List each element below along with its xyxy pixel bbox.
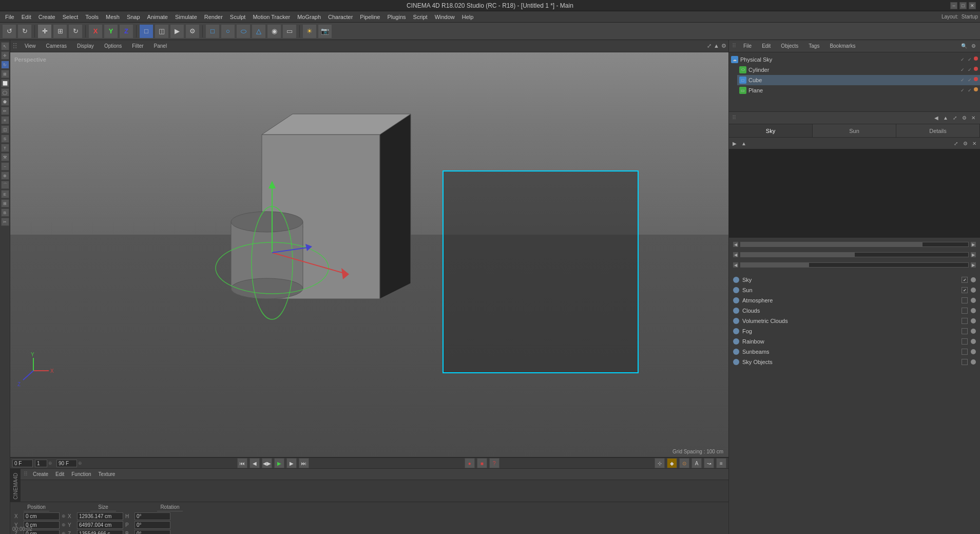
vp-icon-1[interactable]: ⤢ <box>707 43 712 49</box>
obj-plane[interactable]: ▭ Plane ✓ ✓ <box>737 85 980 96</box>
snap-btn[interactable]: ⊹ <box>655 458 665 468</box>
obj-cube[interactable]: □ Cube ✓ ✓ <box>737 75 980 85</box>
current-frame-input[interactable] <box>12 460 33 467</box>
obj-settings-icon[interactable]: ⚙ <box>970 43 977 50</box>
tab-sun[interactable]: Sun <box>813 124 896 137</box>
y-rot-field[interactable] <box>134 521 170 529</box>
preview-icon2[interactable]: ▲ <box>740 140 747 147</box>
tool-spline[interactable]: ⌒ <box>1 181 9 189</box>
sky-up-arrow[interactable]: ▲ <box>942 115 949 122</box>
menu-render[interactable]: Render <box>201 13 226 21</box>
mat-function[interactable]: Function <box>69 471 93 478</box>
y-size-field[interactable] <box>77 521 123 529</box>
vp-tab-view[interactable]: View <box>22 42 39 50</box>
x-size-field[interactable] <box>77 512 123 520</box>
toolbar-render-settings[interactable]: ⚙ <box>185 24 200 39</box>
toolbar-move[interactable]: ✛ <box>37 24 52 39</box>
toolbar-undo[interactable]: ↺ <box>2 24 16 39</box>
preview-expand[interactable]: ⤢ <box>952 140 959 147</box>
menu-tools[interactable]: Tools <box>82 13 102 21</box>
clouds-prop-check[interactable] <box>962 308 968 314</box>
x-pos-field[interactable] <box>24 512 60 520</box>
tool-select-circle[interactable]: ◯ <box>1 88 9 97</box>
end-frame-input[interactable] <box>56 460 77 467</box>
vp-tab-panel[interactable]: Panel <box>151 42 170 50</box>
sky-prop-check[interactable]: ✓ <box>962 277 968 283</box>
z-size-field[interactable] <box>77 530 123 534</box>
preview-icon1[interactable]: ▶ <box>731 140 738 147</box>
tool-bevel[interactable]: B <box>1 208 9 217</box>
x-rot-field[interactable] <box>134 512 170 520</box>
tool-inflate[interactable]: ⊕ <box>1 171 9 180</box>
prop-sky[interactable]: Sky ✓ <box>729 275 980 285</box>
plane-check1[interactable]: ✓ <box>959 87 966 93</box>
obj-cylinder[interactable]: ⬭ Cylinder ✓ ✓ <box>737 65 980 75</box>
close-btn[interactable]: ✕ <box>969 2 976 9</box>
cyl-check2[interactable]: ✓ <box>967 67 973 73</box>
menu-select[interactable]: Select <box>60 13 82 21</box>
motion-record-btn[interactable]: ? <box>489 458 499 468</box>
minimize-btn[interactable]: – <box>950 2 957 9</box>
tool-scale[interactable]: ⊞ <box>1 70 9 78</box>
toolbar-scale[interactable]: ⊞ <box>53 24 67 39</box>
toolbar-rotate[interactable]: ↻ <box>68 24 83 39</box>
auto-key-btn[interactable]: A <box>691 458 702 468</box>
keyframe-btn[interactable]: ◆ <box>667 458 677 468</box>
prop-sky-objects[interactable]: Sky Objects <box>729 357 980 367</box>
mat-edit[interactable]: Edit <box>53 471 66 478</box>
sky-close[interactable]: ✕ <box>970 115 977 122</box>
prop-sunbeams[interactable]: Sunbeams <box>729 347 980 357</box>
mat-create[interactable]: Create <box>31 471 50 478</box>
frame-step-input[interactable] <box>35 460 47 467</box>
timeline-btn[interactable]: ≡ <box>716 458 726 468</box>
fog-prop-check[interactable] <box>962 328 968 334</box>
rainbow-prop-check[interactable] <box>962 338 968 345</box>
toolbar-y-axis[interactable]: Y <box>104 24 118 39</box>
vp-tab-filter[interactable]: Filter <box>129 42 146 50</box>
prop-atmosphere[interactable]: Atmosphere <box>729 295 980 306</box>
sky-check1[interactable]: ✓ <box>959 56 966 63</box>
slider3-left[interactable]: ◀ <box>733 262 738 268</box>
menu-mesh[interactable]: Mesh <box>103 13 123 21</box>
tool-knife[interactable]: ✂ <box>1 218 9 226</box>
sky-check2[interactable]: ✓ <box>967 56 973 63</box>
toolbar-render-region[interactable]: ◫ <box>155 24 169 39</box>
tool-obj-manager[interactable]: ≡ <box>1 116 9 124</box>
vp-tab-cameras[interactable]: Cameras <box>43 42 70 50</box>
prop-fog[interactable]: Fog <box>729 326 980 336</box>
plane-check2[interactable]: ✓ <box>967 87 973 93</box>
menu-animate[interactable]: Animate <box>144 13 171 21</box>
vp-tab-options[interactable]: Options <box>101 42 125 50</box>
menu-motion-tracker[interactable]: Motion Tracker <box>249 13 293 21</box>
sunbeams-prop-check[interactable] <box>962 349 968 355</box>
preview-settings[interactable]: ⚙ <box>962 140 969 147</box>
slider3-right[interactable]: ▶ <box>971 262 976 268</box>
tool-paint[interactable]: ✏ <box>1 107 9 115</box>
next-frame-btn[interactable]: ▶ <box>286 458 297 468</box>
menu-sculpt[interactable]: Sculpt <box>227 13 249 21</box>
record-stop-btn[interactable]: ■ <box>477 458 487 468</box>
tool-shader[interactable]: S <box>1 135 9 143</box>
slider2-left[interactable]: ◀ <box>733 252 738 257</box>
menu-pipeline[interactable]: Pipeline <box>357 13 383 21</box>
vp-icon-3[interactable]: ⚙ <box>721 43 726 49</box>
slider2-right[interactable]: ▶ <box>971 252 976 257</box>
menu-file[interactable]: File <box>2 13 17 21</box>
toolbar-torus[interactable]: ◉ <box>267 24 281 39</box>
tool-loop[interactable]: ⊞ <box>1 199 9 207</box>
toolbar-render[interactable]: ▶ <box>170 24 184 39</box>
toolbar-cube[interactable]: □ <box>205 24 220 39</box>
tool-sculpt[interactable]: ⚒ <box>1 153 9 161</box>
obj-physical-sky[interactable]: ☁ Physical Sky ✓ ✓ <box>729 54 980 65</box>
toolbar-x-axis[interactable]: X <box>88 24 103 39</box>
obj-edit-menu[interactable]: Edit <box>759 43 774 49</box>
sky-expand[interactable]: ⤢ <box>951 115 958 122</box>
play-btn[interactable]: ▶ <box>274 458 284 468</box>
slider1-bar[interactable] <box>740 242 969 247</box>
tool-rotate[interactable]: ↻ <box>1 61 9 69</box>
tool-select-poly[interactable]: ⬟ <box>1 98 9 106</box>
toolbar-camera[interactable]: 📷 <box>318 24 332 39</box>
cyl-check1[interactable]: ✓ <box>959 67 966 73</box>
toolbar-plane[interactable]: ▭ <box>282 24 297 39</box>
obj-bookmarks-menu[interactable]: Bookmarks <box>827 43 858 49</box>
